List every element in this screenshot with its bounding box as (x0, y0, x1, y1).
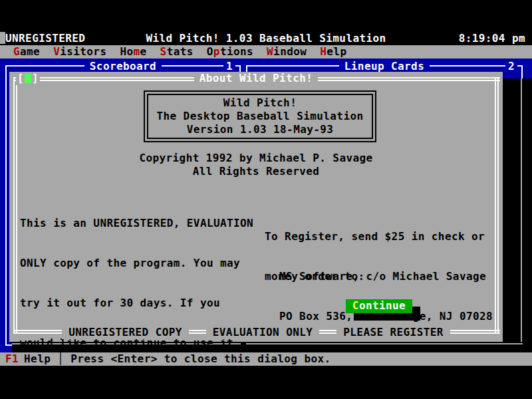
f1-help-hint[interactable]: F1Help (5, 352, 51, 366)
mouse-cursor-block (0, 32, 5, 44)
dos-screen: UNREGISTERED Wild Pitch! 1.03 Baseball S… (0, 0, 532, 399)
status-badge: EVALUATION ONLY (206, 326, 320, 339)
paragraph-line: ONLY copy of the program. You may (20, 257, 253, 270)
window-number-lineup-cards[interactable]: 2 (505, 60, 517, 73)
menu-bar: Game Visitors Home Stats Options Window … (0, 45, 532, 59)
program-info-box: Wild Pitch! The Desktop Baseball Simulat… (144, 90, 376, 142)
status-separator: │ (57, 352, 64, 366)
close-icon (25, 74, 31, 83)
paragraph-line: This is an UNREGISTERED, EVALUATION (20, 217, 253, 230)
register-line: To Register, send $25 in check or (265, 230, 485, 243)
status-message: Press <Enter> to close this dialog box. (70, 352, 331, 366)
status-badge: UNREGISTERED COPY (62, 326, 189, 339)
copyright-line: All Rights Reserved (9, 165, 503, 178)
continue-button[interactable]: Continue (346, 299, 412, 313)
copyright-line: Copyright 1992 by Michael P. Savage (9, 152, 503, 165)
paragraph-line: try it out for 30 days. If you (20, 297, 253, 310)
status-badge: PLEASE REGISTER (336, 326, 450, 339)
menu-item-visitors[interactable]: Visitors (53, 45, 106, 59)
program-name: Wild Pitch! (145, 96, 375, 110)
menu-item-help[interactable]: Help (320, 45, 346, 59)
copyright-block: Copyright 1992 by Michael P. Savage All … (9, 152, 503, 178)
window-number-scoreboard[interactable]: 1 (223, 60, 235, 73)
dialog-title: About Wild Pitch! (9, 72, 503, 85)
about-dialog: [] About Wild Pitch! Wild Pitch! The Des… (9, 72, 503, 342)
menu-item-home[interactable]: Home (120, 45, 146, 59)
shadowed-window-border (521, 78, 522, 342)
dialog-shadow-right (503, 78, 532, 352)
paragraph-line: you'll have to register. When you (20, 376, 253, 390)
evaluation-paragraph: This is an UNREGISTERED, EVALUATION ONLY… (20, 190, 253, 399)
menu-item-game[interactable]: Game (13, 45, 40, 59)
menu-item-stats[interactable]: Stats (160, 45, 194, 59)
address-line: MS Software, c/o Michael Savage (279, 270, 493, 283)
app-titlebar: UNREGISTERED Wild Pitch! 1.03 Baseball S… (0, 32, 532, 45)
app-title: Wild Pitch! 1.03 Baseball Simulation (0, 32, 532, 45)
program-version: Version 1.03 18-May-93 (145, 123, 375, 136)
dialog-close-button[interactable]: [] (16, 72, 40, 85)
menu-item-window[interactable]: Window (267, 45, 307, 59)
window-title-scoreboard: Scoreboard (7, 60, 239, 73)
clock: 8:19:04 pm (459, 32, 525, 45)
program-subtitle: The Desktop Baseball Simulation (145, 110, 375, 123)
menu-item-options[interactable]: Options (207, 45, 253, 59)
status-bar: F1Help │ Press <Enter> to close this dia… (0, 352, 532, 366)
dialog-footer-badges: UNREGISTERED COPY EVALUATION ONLY PLEASE… (9, 326, 503, 339)
window-title-lineup-cards: Lineup Cards (247, 60, 521, 73)
